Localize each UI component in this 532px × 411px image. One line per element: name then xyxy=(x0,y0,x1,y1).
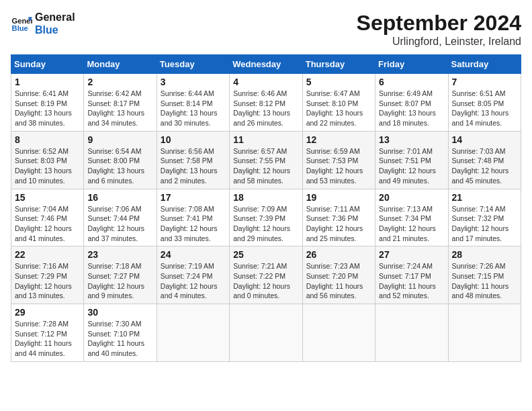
day-number: 29 xyxy=(15,307,80,318)
day-number: 27 xyxy=(379,249,444,260)
calendar-cell: 13Sunrise: 7:01 AM Sunset: 7:51 PM Dayli… xyxy=(375,131,448,189)
calendar-cell: 11Sunrise: 6:57 AM Sunset: 7:55 PM Dayli… xyxy=(230,131,302,189)
day-number: 8 xyxy=(15,134,80,145)
day-info: Sunrise: 7:11 AM Sunset: 7:36 PM Dayligh… xyxy=(306,204,371,244)
day-number: 26 xyxy=(306,249,371,260)
day-number: 23 xyxy=(87,249,152,260)
day-info: Sunrise: 6:44 AM Sunset: 8:14 PM Dayligh… xyxy=(161,89,226,128)
day-info: Sunrise: 6:41 AM Sunset: 8:19 PM Dayligh… xyxy=(15,89,80,128)
location-title: Urlingford, Leinster, Ireland xyxy=(357,36,521,48)
logo-line2: Blue xyxy=(35,24,75,36)
calendar-cell: 17Sunrise: 7:08 AM Sunset: 7:41 PM Dayli… xyxy=(157,189,229,246)
calendar-cell: 8Sunrise: 6:52 AM Sunset: 8:03 PM Daylig… xyxy=(11,131,84,189)
day-number: 3 xyxy=(161,77,226,87)
weekday-header: Friday xyxy=(375,55,448,74)
calendar-cell: 6Sunrise: 6:49 AM Sunset: 8:07 PM Daylig… xyxy=(375,74,448,132)
weekday-header: Monday xyxy=(84,55,157,74)
day-info: Sunrise: 7:08 AM Sunset: 7:41 PM Dayligh… xyxy=(161,204,226,244)
day-info: Sunrise: 7:21 AM Sunset: 7:22 PM Dayligh… xyxy=(233,261,298,301)
day-number: 18 xyxy=(233,192,298,203)
logo-icon: General Blue xyxy=(11,13,32,34)
day-number: 12 xyxy=(306,134,371,145)
calendar-cell: 14Sunrise: 7:03 AM Sunset: 7:48 PM Dayli… xyxy=(448,131,521,189)
weekday-header: Wednesday xyxy=(230,55,302,74)
day-info: Sunrise: 6:59 AM Sunset: 7:53 PM Dayligh… xyxy=(306,146,371,186)
calendar-cell xyxy=(157,304,229,362)
day-info: Sunrise: 7:13 AM Sunset: 7:34 PM Dayligh… xyxy=(379,204,444,244)
day-number: 13 xyxy=(379,134,444,145)
calendar-cell: 16Sunrise: 7:06 AM Sunset: 7:44 PM Dayli… xyxy=(84,189,157,246)
weekday-header: Tuesday xyxy=(157,55,229,74)
calendar-cell: 25Sunrise: 7:21 AM Sunset: 7:22 PM Dayli… xyxy=(230,246,302,304)
day-number: 30 xyxy=(87,307,152,318)
day-number: 15 xyxy=(15,192,80,203)
day-info: Sunrise: 7:01 AM Sunset: 7:51 PM Dayligh… xyxy=(379,146,444,186)
day-number: 9 xyxy=(87,134,152,145)
day-info: Sunrise: 7:23 AM Sunset: 7:20 PM Dayligh… xyxy=(306,261,371,301)
calendar-cell: 30Sunrise: 7:30 AM Sunset: 7:10 PM Dayli… xyxy=(84,304,157,362)
day-number: 2 xyxy=(87,77,152,87)
day-number: 10 xyxy=(161,134,226,145)
day-info: Sunrise: 7:03 AM Sunset: 7:48 PM Dayligh… xyxy=(452,146,517,186)
calendar-cell: 7Sunrise: 6:51 AM Sunset: 8:05 PM Daylig… xyxy=(448,74,521,132)
day-info: Sunrise: 6:52 AM Sunset: 8:03 PM Dayligh… xyxy=(15,146,80,186)
title-area: September 2024 Urlingford, Leinster, Ire… xyxy=(357,11,521,48)
month-title: September 2024 xyxy=(357,11,521,36)
day-number: 28 xyxy=(452,249,517,260)
day-info: Sunrise: 7:19 AM Sunset: 7:24 PM Dayligh… xyxy=(161,261,226,301)
day-info: Sunrise: 7:04 AM Sunset: 7:46 PM Dayligh… xyxy=(15,204,80,244)
calendar-cell: 15Sunrise: 7:04 AM Sunset: 7:46 PM Dayli… xyxy=(11,189,84,246)
calendar-cell xyxy=(375,304,448,362)
day-info: Sunrise: 6:57 AM Sunset: 7:55 PM Dayligh… xyxy=(233,146,298,186)
calendar-cell: 12Sunrise: 6:59 AM Sunset: 7:53 PM Dayli… xyxy=(302,131,375,189)
day-number: 17 xyxy=(161,192,226,203)
calendar-cell: 20Sunrise: 7:13 AM Sunset: 7:34 PM Dayli… xyxy=(375,189,448,246)
day-number: 1 xyxy=(15,77,80,87)
day-info: Sunrise: 7:26 AM Sunset: 7:15 PM Dayligh… xyxy=(452,261,517,301)
logo: General Blue General Blue xyxy=(11,11,75,36)
calendar-cell: 27Sunrise: 7:24 AM Sunset: 7:17 PM Dayli… xyxy=(375,246,448,304)
logo-line1: General xyxy=(35,11,75,24)
header: General Blue General Blue September 2024… xyxy=(11,11,521,48)
weekday-header: Thursday xyxy=(302,55,375,74)
calendar-cell: 21Sunrise: 7:14 AM Sunset: 7:32 PM Dayli… xyxy=(448,189,521,246)
day-info: Sunrise: 6:42 AM Sunset: 8:17 PM Dayligh… xyxy=(87,89,152,128)
calendar-cell: 1Sunrise: 6:41 AM Sunset: 8:19 PM Daylig… xyxy=(11,74,84,132)
day-number: 19 xyxy=(306,192,371,203)
calendar-cell: 2Sunrise: 6:42 AM Sunset: 8:17 PM Daylig… xyxy=(84,74,157,132)
day-number: 21 xyxy=(452,192,517,203)
calendar-cell: 23Sunrise: 7:18 AM Sunset: 7:27 PM Dayli… xyxy=(84,246,157,304)
day-info: Sunrise: 6:46 AM Sunset: 8:12 PM Dayligh… xyxy=(233,89,298,128)
calendar-cell: 28Sunrise: 7:26 AM Sunset: 7:15 PM Dayli… xyxy=(448,246,521,304)
calendar-cell xyxy=(302,304,375,362)
calendar-cell: 5Sunrise: 6:47 AM Sunset: 8:10 PM Daylig… xyxy=(302,74,375,132)
day-info: Sunrise: 7:06 AM Sunset: 7:44 PM Dayligh… xyxy=(87,204,152,244)
day-number: 7 xyxy=(452,77,517,87)
calendar-cell: 24Sunrise: 7:19 AM Sunset: 7:24 PM Dayli… xyxy=(157,246,229,304)
weekday-header: Sunday xyxy=(11,55,84,74)
calendar-cell: 10Sunrise: 6:56 AM Sunset: 7:58 PM Dayli… xyxy=(157,131,229,189)
weekday-header: Saturday xyxy=(448,55,521,74)
day-info: Sunrise: 7:09 AM Sunset: 7:39 PM Dayligh… xyxy=(233,204,298,244)
calendar-cell: 9Sunrise: 6:54 AM Sunset: 8:00 PM Daylig… xyxy=(84,131,157,189)
day-number: 6 xyxy=(379,77,444,87)
day-number: 22 xyxy=(15,249,80,260)
day-number: 4 xyxy=(233,77,298,87)
calendar-cell xyxy=(448,304,521,362)
day-number: 25 xyxy=(233,249,298,260)
calendar-cell: 26Sunrise: 7:23 AM Sunset: 7:20 PM Dayli… xyxy=(302,246,375,304)
calendar-cell: 19Sunrise: 7:11 AM Sunset: 7:36 PM Dayli… xyxy=(302,189,375,246)
day-number: 5 xyxy=(306,77,371,87)
calendar-cell: 4Sunrise: 6:46 AM Sunset: 8:12 PM Daylig… xyxy=(230,74,302,132)
day-info: Sunrise: 6:54 AM Sunset: 8:00 PM Dayligh… xyxy=(87,146,152,186)
calendar-cell: 18Sunrise: 7:09 AM Sunset: 7:39 PM Dayli… xyxy=(230,189,302,246)
day-info: Sunrise: 6:51 AM Sunset: 8:05 PM Dayligh… xyxy=(452,89,517,128)
calendar-cell: 22Sunrise: 7:16 AM Sunset: 7:29 PM Dayli… xyxy=(11,246,84,304)
calendar-cell xyxy=(230,304,302,362)
day-info: Sunrise: 7:14 AM Sunset: 7:32 PM Dayligh… xyxy=(452,204,517,244)
day-number: 24 xyxy=(161,249,226,260)
day-info: Sunrise: 6:47 AM Sunset: 8:10 PM Dayligh… xyxy=(306,89,371,128)
day-info: Sunrise: 7:16 AM Sunset: 7:29 PM Dayligh… xyxy=(15,261,80,301)
day-info: Sunrise: 7:30 AM Sunset: 7:10 PM Dayligh… xyxy=(87,319,152,359)
day-info: Sunrise: 7:28 AM Sunset: 7:12 PM Dayligh… xyxy=(15,319,80,359)
